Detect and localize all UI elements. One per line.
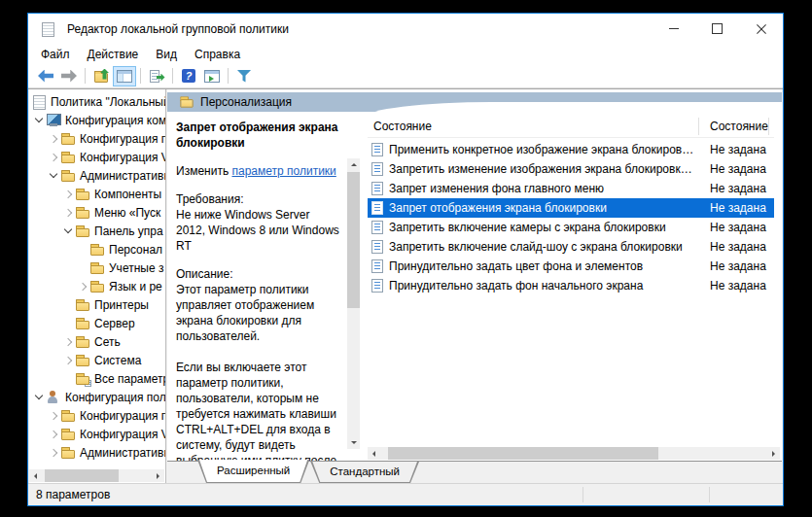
policy-name: Запретить включение слайд-шоу с экрана б… xyxy=(389,240,696,254)
expander-collapsed-icon[interactable] xyxy=(48,151,60,163)
tree-item[interactable]: Конфигурация V xyxy=(29,148,165,166)
tree-item[interactable]: Принтеры xyxy=(29,295,165,314)
policy-row[interactable]: Запретить включение камеры с экрана блок… xyxy=(368,218,774,237)
scrollbar-thumb[interactable] xyxy=(388,447,658,460)
tree-item[interactable]: Персонал xyxy=(29,240,165,258)
detail-vertical-scrollbar[interactable] xyxy=(347,158,360,449)
expander-collapsed-icon[interactable] xyxy=(62,188,75,200)
policy-row[interactable]: Запретить изменение изображения экрана б… xyxy=(368,159,774,179)
expander-collapsed-icon[interactable] xyxy=(62,354,75,366)
tree-item[interactable]: Все параметр xyxy=(29,369,165,388)
tree-item[interactable]: Конфигурация п xyxy=(29,406,165,425)
tree-item-label: Административн xyxy=(80,446,165,460)
expander-expanded-icon[interactable] xyxy=(33,391,46,403)
forward-button[interactable] xyxy=(57,66,81,86)
tree-item[interactable]: Административн xyxy=(29,166,165,185)
show-action-pane-icon xyxy=(204,70,220,83)
policy-name: Принудительно задать фон начального экра… xyxy=(389,279,696,293)
policy-row[interactable]: Запрет отображения экрана блокировкиНе з… xyxy=(368,198,774,218)
content-area: Политика "ЛокальныйКонфигурация компКонф… xyxy=(28,88,783,483)
menu-item-3[interactable]: Вид xyxy=(147,46,186,63)
expander-placeholder xyxy=(62,298,75,311)
scroll-right-arrow-icon[interactable] xyxy=(767,447,780,460)
expander-collapsed-icon[interactable] xyxy=(48,409,60,422)
tree-item[interactable]: Язык и ре xyxy=(29,277,165,295)
description-paragraph: Этот параметр политики управляет отображ… xyxy=(176,282,340,344)
expander-collapsed-icon[interactable] xyxy=(77,280,89,293)
policy-list: Применить конкретное изображение экрана … xyxy=(368,140,774,295)
tree-item[interactable]: Конфигурация поль xyxy=(29,388,165,406)
policy-row[interactable]: Принудительно задать цвет фона и элемент… xyxy=(368,257,774,276)
expander-expanded-icon[interactable] xyxy=(48,169,60,182)
folder-icon xyxy=(75,354,90,367)
tab-label: Стандартный xyxy=(310,462,419,482)
tree-item-label: Сервер xyxy=(94,317,135,330)
scroll-left-arrow-icon[interactable] xyxy=(368,447,380,460)
folder-icon xyxy=(75,317,90,330)
scroll-down-arrow-icon[interactable] xyxy=(347,436,360,449)
expander-collapsed-icon[interactable] xyxy=(48,132,60,145)
scrollbar-thumb[interactable] xyxy=(45,469,119,482)
policy-row[interactable]: Запретить включение слайд-шоу с экрана б… xyxy=(368,237,774,257)
tree-item[interactable]: Меню «Пуск xyxy=(29,203,165,222)
tree-item-label: Язык и ре xyxy=(109,280,162,293)
menu-item-2[interactable]: Действие xyxy=(79,46,148,63)
tree-item[interactable]: Конфигурация V xyxy=(29,425,165,443)
tree-item[interactable]: Административн xyxy=(29,443,165,462)
up-one-level-button[interactable] xyxy=(89,66,113,86)
expander-expanded-icon[interactable] xyxy=(62,224,75,237)
folder-icon xyxy=(60,428,76,441)
description-paragraph: Если вы включаете этот параметр политики… xyxy=(176,360,340,461)
list-header: Состояние Состояние xyxy=(368,115,774,138)
tree-item[interactable]: Сеть xyxy=(29,332,165,351)
scroll-right-arrow-icon[interactable] xyxy=(152,469,164,482)
tree-item[interactable]: Компоненты xyxy=(29,185,165,203)
edit-policy-link[interactable]: параметр политики xyxy=(231,164,335,178)
expander-collapsed-icon[interactable] xyxy=(48,428,60,440)
tree-item-label: Персонал xyxy=(109,243,162,257)
scrollbar-thumb[interactable] xyxy=(347,172,360,308)
tree-item[interactable]: Конфигурация комп xyxy=(29,111,165,129)
toolbar xyxy=(28,64,783,88)
tree-item[interactable]: Сервер xyxy=(29,314,165,332)
policy-name: Запретить включение камеры с экрана блок… xyxy=(389,221,696,234)
tree-item[interactable]: Учетные з xyxy=(29,258,165,277)
tab-standard[interactable]: Стандартный xyxy=(310,462,419,483)
minimize-button[interactable] xyxy=(652,14,695,44)
tree-item[interactable]: Система xyxy=(29,351,165,369)
menu-item-4[interactable]: Справка xyxy=(186,46,249,63)
expander-collapsed-icon[interactable] xyxy=(62,335,75,348)
expander-collapsed-icon[interactable] xyxy=(48,446,60,459)
filter-button[interactable] xyxy=(232,66,256,86)
requirements-text: Не ниже Windows Server 2012, Windows 8 и… xyxy=(176,207,340,254)
policy-state: Не задана xyxy=(710,182,766,195)
policy-row[interactable]: Применить конкретное изображение экрана … xyxy=(368,140,774,159)
expander-placeholder xyxy=(77,243,89,256)
close-button[interactable] xyxy=(739,14,783,44)
show-console-tree-icon xyxy=(117,70,132,83)
scroll-left-arrow-icon[interactable] xyxy=(29,469,42,482)
menu-item-1[interactable]: Файл xyxy=(32,46,79,63)
tree-horizontal-scrollbar[interactable] xyxy=(29,469,164,482)
show-console-tree-button[interactable] xyxy=(113,66,136,86)
description-label: Описание: xyxy=(176,266,340,282)
expander-collapsed-icon[interactable] xyxy=(62,206,75,219)
menu-bar: ФайлДействиеВидСправка xyxy=(28,44,783,64)
export-list-button[interactable] xyxy=(145,66,168,86)
tree-item[interactable]: Конфигурация п xyxy=(29,129,165,148)
policy-row[interactable]: Принудительно задать фон начального экра… xyxy=(368,276,774,295)
maximize-button[interactable] xyxy=(695,14,739,44)
tab-extended[interactable]: Расширенный xyxy=(197,460,309,483)
list-horizontal-scrollbar[interactable] xyxy=(368,447,780,460)
column-header-state[interactable]: Состояние xyxy=(698,115,768,138)
back-button[interactable] xyxy=(34,66,57,86)
scroll-up-arrow-icon[interactable] xyxy=(347,158,360,171)
tree-item[interactable]: Панель упра xyxy=(29,222,165,240)
policy-title: Запрет отображения экрана блокировки xyxy=(176,120,340,151)
help-button[interactable] xyxy=(177,66,200,86)
show-action-pane-button[interactable] xyxy=(200,66,224,86)
tree-item[interactable]: Политика "Локальный xyxy=(29,92,165,111)
column-header-setting[interactable]: Состояние xyxy=(368,115,698,138)
expander-expanded-icon[interactable] xyxy=(33,114,46,126)
policy-row[interactable]: Запрет изменения фона главного менюНе за… xyxy=(368,179,774,198)
